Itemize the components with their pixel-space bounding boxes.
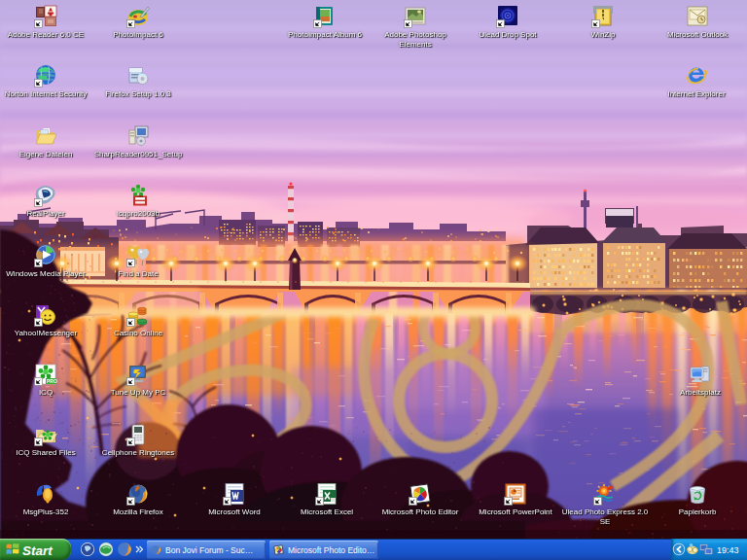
svg-text:PRO: PRO	[47, 378, 57, 384]
svg-text:19:43: 19:43	[717, 545, 739, 555]
svg-text:Start: Start	[22, 543, 53, 558]
